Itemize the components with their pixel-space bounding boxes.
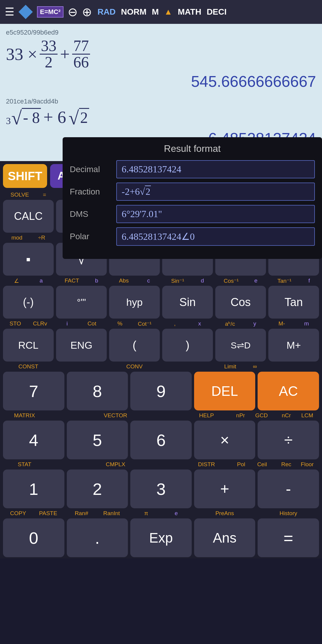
mode-deci[interactable]: DECI	[207, 7, 227, 17]
btn-4[interactable]: 4	[3, 421, 64, 459]
angle-labels-row: ∠ a FACT b Abs c Sin⁻¹ d Cos⁻¹ e Tan⁻¹ f	[0, 277, 322, 285]
rcl-button[interactable]: RCL	[3, 329, 54, 362]
mode-triangle: ▲	[164, 7, 173, 17]
btn-8[interactable]: 8	[67, 372, 128, 410]
divide-button[interactable]: ÷	[258, 421, 319, 459]
format-row-decimal: Decimal 6.48528137424	[70, 160, 315, 178]
btn-row-8: 0 . Exp Ans =	[0, 517, 322, 558]
entry1-result: 545.66666666667	[6, 72, 316, 90]
menu-icon[interactable]: ☰	[5, 6, 14, 18]
btn-row-4: RCL ENG ( ) S⇌D M+	[0, 328, 322, 363]
format-row-dms: DMS 6°29'7.01"	[70, 205, 315, 223]
format-value-dms[interactable]: 6°29'7.01"	[116, 205, 315, 223]
minus-button[interactable]: -	[258, 470, 319, 508]
entry2-expr: 3 √ - 8 + 6 √ 2	[6, 107, 316, 127]
multiply-button[interactable]: ×	[194, 421, 256, 459]
entry2-id: 201ce1a/9acdd4b	[6, 98, 316, 105]
btn-9[interactable]: 9	[130, 372, 192, 410]
del-button[interactable]: DEL	[194, 372, 256, 410]
rparen-button[interactable]: )	[162, 329, 213, 362]
minus-circle-icon[interactable]: ⊖	[68, 5, 78, 19]
entry1-coeff: 33 ×	[6, 44, 37, 64]
row7-labels: STAT CMPLX DISTR Pol Ceil Rec Floor	[0, 461, 322, 468]
format-label-dms: DMS	[70, 209, 112, 219]
hyp-button[interactable]: hyp	[109, 286, 160, 319]
eng-button[interactable]: ENG	[56, 329, 107, 362]
negate-button[interactable]: (-)	[3, 286, 54, 319]
entry2-sqrt: √ 2	[69, 108, 89, 126]
square-button[interactable]: ▪	[3, 243, 54, 276]
btn-3[interactable]: 3	[130, 470, 192, 508]
decimal-button[interactable]: .	[67, 518, 128, 557]
btn-6[interactable]: 6	[130, 421, 192, 459]
btn-1[interactable]: 1	[3, 470, 64, 508]
ac-button[interactable]: AC	[258, 372, 319, 410]
row6-labels: MATRIX VECTOR HELP nPr GCD nCr LCM	[0, 412, 322, 419]
format-row-fraction: Fraction -2+6√2	[70, 183, 315, 201]
mode-m[interactable]: M	[152, 7, 159, 17]
mode-math[interactable]: MATH	[178, 7, 201, 17]
row8-labels: COPY PASTE Ran# RanInt π e PreAns Histor…	[0, 509, 322, 517]
plus-button[interactable]: +	[194, 470, 256, 508]
mode-rad[interactable]: RAD	[97, 7, 116, 17]
mode-norm[interactable]: NORM	[121, 7, 147, 17]
shift-button[interactable]: SHIFT	[3, 164, 47, 188]
result-format-popup: Result format Decimal 6.48528137424 Frac…	[63, 137, 322, 259]
sd-button[interactable]: S⇌D	[215, 329, 266, 362]
tan-button[interactable]: Tan	[268, 286, 319, 319]
entry1-frac2: 77 66	[72, 38, 90, 70]
btn-row-3: (-) °'" hyp Sin Cos Tan	[0, 285, 322, 320]
display-area: e5c9520/99b6ed9 33 × 33 2 + 77 66 545.66…	[0, 24, 322, 161]
entry2-plus: + 6	[43, 107, 66, 127]
btn-2[interactable]: 2	[67, 470, 128, 508]
format-value-fraction[interactable]: -2+6√2	[116, 183, 315, 201]
cos-button[interactable]: Cos	[215, 286, 266, 319]
format-label-polar: Polar	[70, 232, 112, 241]
format-row-polar: Polar 6.48528137424∠0	[70, 227, 315, 246]
lparen-button[interactable]: (	[109, 329, 160, 362]
format-value-decimal[interactable]: 6.48528137424	[116, 160, 315, 178]
entry1-id: e5c9520/99b6ed9	[6, 29, 316, 36]
calc-label: SOLVE =	[3, 191, 54, 198]
calc-button[interactable]: CALC	[3, 200, 54, 233]
btn-row-7: 1 2 3 + -	[0, 468, 322, 509]
entry1-frac1: 33 2	[40, 38, 58, 70]
btn-7[interactable]: 7	[3, 372, 64, 410]
row5-labels: CONST CONV Limit ∞	[0, 363, 322, 370]
format-label-decimal: Decimal	[70, 165, 112, 174]
ans-button[interactable]: Ans	[194, 518, 256, 557]
btn-0[interactable]: 0	[3, 518, 64, 557]
entry1-plus: +	[60, 44, 70, 64]
display-entry-1: e5c9520/99b6ed9 33 × 33 2 + 77 66 545.66…	[6, 29, 316, 90]
btn-5[interactable]: 5	[67, 421, 128, 459]
entry2-cbrt: 3 √ - 8	[6, 108, 41, 126]
toolbar: ☰ E=MC² ⊖ ⊕ RAD NORM M ▲ MATH DECI	[0, 0, 322, 24]
format-label-fraction: Fraction	[70, 187, 112, 197]
dms-button[interactable]: °'"	[56, 286, 107, 319]
diamond-icon	[18, 5, 33, 19]
btn-row-5: 7 8 9 DEL AC	[0, 370, 322, 412]
mplus-button[interactable]: M+	[268, 329, 319, 362]
format-value-polar[interactable]: 6.48528137424∠0	[116, 227, 315, 246]
plus-circle-icon[interactable]: ⊕	[82, 5, 92, 19]
btn-row-6: 4 5 6 × ÷	[0, 419, 322, 461]
equals-button[interactable]: =	[258, 518, 319, 557]
row4-labels: STO CLRv i Cot % Cot⁻¹ , x aᵇ/c y M- m	[0, 320, 322, 328]
entry1-expr: 33 × 33 2 + 77 66	[6, 38, 316, 70]
emc-icon: E=MC²	[37, 6, 64, 18]
exp-button[interactable]: Exp	[130, 518, 192, 557]
popup-title: Result format	[70, 143, 315, 154]
sin-button[interactable]: Sin	[162, 286, 213, 319]
